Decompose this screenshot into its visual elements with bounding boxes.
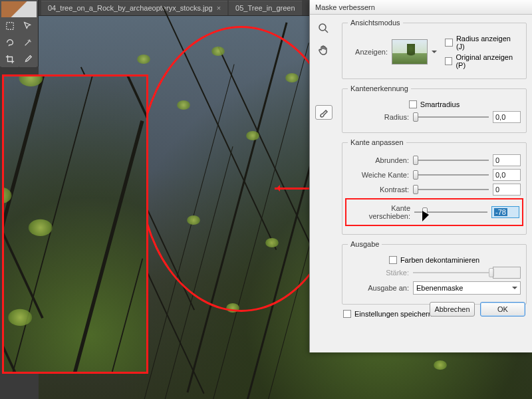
- output-to-combo[interactable]: Ebenenmaske: [413, 281, 521, 295]
- marquee-tool[interactable]: [1, 18, 19, 34]
- radius-slider[interactable]: [413, 112, 489, 122]
- show-original-checkbox[interactable]: Original anzeigen (P): [445, 53, 521, 69]
- move-tool[interactable]: [19, 18, 37, 34]
- svg-rect-0: [7, 23, 14, 30]
- group-output: Ausgabe Farben dekontaminieren Stärke: A…: [342, 240, 527, 305]
- smooth-slider[interactable]: [413, 155, 489, 166]
- feather-value[interactable]: 0,0: [493, 169, 521, 181]
- checkbox-label: Radius anzeigen (J): [456, 35, 521, 51]
- group-legend: Ausgabe: [348, 240, 382, 248]
- view-preview-thumb[interactable]: [392, 39, 428, 65]
- checkbox-icon: [445, 39, 453, 47]
- svg-point-1: [319, 24, 326, 31]
- group-legend: Ansichtsmodus: [348, 19, 403, 27]
- shift-edge-value[interactable]: -78: [491, 206, 519, 218]
- checkbox-icon: [445, 57, 452, 65]
- hand-icon[interactable]: [315, 43, 332, 57]
- group-edge-detection: Kantenerkennung Smartradius Radius: 0,0: [342, 84, 527, 133]
- close-icon[interactable]: ×: [217, 4, 221, 12]
- document-tab[interactable]: 05_Tree_in_green: [229, 1, 302, 15]
- refine-brush-icon[interactable]: [315, 105, 332, 120]
- contrast-slider[interactable]: [413, 184, 489, 195]
- dialog-title: Maske verbessern: [310, 0, 532, 15]
- group-legend: Kante anpassen: [348, 138, 406, 146]
- radius-label: Radius:: [348, 113, 409, 121]
- checkbox-icon: [343, 310, 351, 318]
- checkbox-icon: [409, 100, 417, 108]
- combo-value: Ebenenmaske: [416, 284, 463, 292]
- feather-slider[interactable]: [413, 170, 489, 180]
- contrast-label: Kontrast:: [348, 186, 409, 194]
- feather-label: Weiche Kante:: [348, 171, 409, 179]
- checkbox-label: Farben dekontaminieren: [400, 256, 479, 264]
- annotation-highlight: Kante verschieben: -78: [345, 198, 523, 226]
- toolbox: [0, 0, 39, 66]
- shift-edge-slider[interactable]: [414, 207, 487, 217]
- smart-radius-checkbox[interactable]: Smartradius: [409, 100, 460, 108]
- document-tab[interactable]: 04_tree_on_a_Rock_by_archaeopteryx_stock…: [41, 1, 227, 15]
- cancel-button[interactable]: Abbrechen: [430, 302, 475, 317]
- chevron-down-icon: [512, 287, 517, 292]
- shift-edge-label: Kante verschieben:: [349, 204, 410, 220]
- checkbox-label: Original anzeigen (P): [456, 53, 521, 69]
- show-label: Anzeigen:: [348, 48, 388, 56]
- output-to-label: Ausgabe an:: [348, 284, 409, 292]
- smooth-label: Abrunden:: [348, 156, 409, 164]
- tab-label: 04_tree_on_a_Rock_by_archaeopteryx_stock…: [48, 4, 213, 12]
- eyedropper-tool[interactable]: [19, 51, 37, 67]
- checkbox-icon: [389, 256, 397, 264]
- smooth-value[interactable]: 0: [493, 154, 521, 166]
- lasso-tool[interactable]: [1, 35, 19, 51]
- ok-button[interactable]: OK: [480, 302, 525, 317]
- checkbox-label: Einstellungen speichern: [354, 310, 432, 318]
- decontaminate-checkbox[interactable]: Farben dekontaminieren: [389, 256, 479, 264]
- contrast-value[interactable]: 0: [493, 184, 521, 196]
- amount-label: Stärke:: [348, 269, 409, 277]
- checkbox-label: Smartradius: [420, 100, 460, 108]
- crop-tool[interactable]: [1, 51, 19, 67]
- magic-wand-tool[interactable]: [19, 35, 37, 51]
- refine-mask-dialog: Maske verbessern Ansichtsmodus Anzeigen:…: [309, 0, 532, 352]
- annotation-inset: [2, 74, 148, 374]
- group-adjust-edge: Kante anpassen Abrunden: 0 Weiche Kante:…: [342, 138, 527, 235]
- show-radius-checkbox[interactable]: Radius anzeigen (J): [445, 35, 521, 51]
- zoom-icon[interactable]: [315, 21, 332, 36]
- chevron-down-icon[interactable]: [432, 51, 437, 56]
- radius-value[interactable]: 0,0: [493, 111, 521, 123]
- amount-value: [493, 267, 521, 279]
- amount-slider: [413, 267, 489, 278]
- group-view-mode: Ansichtsmodus Anzeigen: Radius anzeigen …: [342, 19, 527, 79]
- color-swatch-icon[interactable]: [1, 1, 37, 17]
- group-legend: Kantenerkennung: [348, 84, 411, 92]
- tab-label: 05_Tree_in_green: [235, 4, 295, 12]
